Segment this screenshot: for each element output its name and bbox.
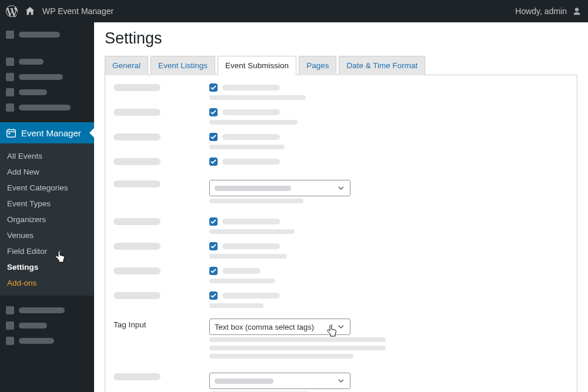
sidebar-item-label: Event Manager [21, 128, 81, 138]
description-placeholder [209, 337, 386, 342]
setting-row [113, 158, 569, 169]
field-label-placeholder [222, 159, 280, 165]
sidebar-item-event-manager[interactable]: Event Manager [0, 122, 94, 143]
settings-tabs: General Event Listings Event Submission … [105, 56, 577, 75]
submenu-event-types[interactable]: Event Types [0, 196, 94, 212]
submenu-addons[interactable]: Add-ons [0, 275, 94, 291]
submenu-venues[interactable]: Venues [0, 227, 94, 243]
user-icon [572, 6, 582, 16]
svg-rect-5 [9, 133, 11, 135]
checkbox[interactable] [209, 108, 218, 116]
description-placeholder [209, 254, 287, 259]
checkbox[interactable] [209, 267, 218, 275]
description-placeholder [209, 279, 275, 283]
admin-sidebar: Event Manager All Events Add New Event C… [0, 22, 94, 392]
description-placeholder [209, 95, 306, 100]
description-placeholder [209, 303, 263, 308]
field-label-placeholder [222, 243, 280, 249]
description-placeholder [209, 120, 298, 125]
description-placeholder [209, 199, 303, 203]
submenu: All Events Add New Event Categories Even… [0, 143, 94, 296]
field-label-placeholder [222, 134, 280, 140]
tab-pages[interactable]: Pages [299, 56, 336, 75]
tag-input-label: Tag Input [113, 320, 146, 329]
tab-event-listings[interactable]: Event Listings [151, 56, 215, 75]
checkbox[interactable] [209, 217, 218, 226]
tab-general[interactable]: General [105, 56, 148, 75]
chevron-down-icon [337, 377, 345, 385]
chevron-down-icon [337, 184, 345, 192]
page-title: Settings [105, 29, 577, 48]
field-label-placeholder [222, 85, 280, 91]
select-dropdown[interactable] [209, 180, 350, 196]
field-label-placeholder [222, 293, 280, 299]
settings-panel: Tag Input Text box (comma select tags) [105, 75, 577, 392]
description-placeholder [209, 229, 295, 234]
setting-row [113, 242, 569, 259]
admin-bar-left: WP Event Manager [6, 5, 113, 17]
description-placeholder [209, 145, 285, 149]
checkbox[interactable] [209, 242, 218, 250]
setting-row [113, 217, 569, 234]
tab-event-submission[interactable]: Event Submission [218, 56, 296, 75]
setting-row [113, 267, 569, 283]
admin-bar: WP Event Manager Howdy, admin [0, 0, 588, 22]
setting-row [113, 83, 569, 100]
field-label-placeholder [222, 219, 280, 225]
menu-placeholder[interactable] [0, 54, 94, 69]
menu-placeholder[interactable] [0, 318, 94, 333]
select-dropdown[interactable] [209, 373, 350, 389]
site-title[interactable]: WP Event Manager [42, 6, 113, 16]
calendar-icon [6, 128, 16, 138]
tab-date-time-format[interactable]: Date & Time Format [339, 56, 425, 75]
setting-row [113, 133, 569, 149]
submenu-organizers[interactable]: Organizers [0, 212, 94, 227]
field-label-placeholder [222, 109, 280, 115]
setting-row [113, 292, 569, 308]
svg-rect-1 [7, 130, 15, 138]
tag-input-select[interactable]: Text box (comma select tags) [209, 319, 350, 335]
checkbox[interactable] [209, 158, 218, 166]
setting-row [113, 180, 569, 207]
wordpress-logo-icon[interactable] [6, 5, 18, 17]
setting-tag-input: Tag Input Text box (comma select tags) [113, 319, 569, 362]
admin-bar-right[interactable]: Howdy, admin [515, 6, 582, 16]
checkbox[interactable] [209, 133, 218, 141]
menu-placeholder[interactable] [0, 100, 94, 115]
greeting-text: Howdy, admin [515, 6, 567, 16]
setting-row [113, 373, 569, 392]
submenu-event-categories[interactable]: Event Categories [0, 180, 94, 196]
checkbox[interactable] [209, 83, 218, 92]
menu-placeholder[interactable] [0, 69, 94, 85]
chevron-down-icon [337, 323, 345, 331]
menu-placeholder[interactable] [0, 27, 94, 42]
menu-placeholder[interactable] [0, 85, 94, 100]
svg-point-0 [575, 8, 579, 11]
home-icon[interactable] [25, 6, 35, 16]
setting-row [113, 108, 569, 125]
main-content: Settings General Event Listings Event Su… [94, 22, 588, 392]
submenu-settings[interactable]: Settings [0, 259, 94, 275]
description-placeholder [209, 346, 386, 350]
submenu-field-editor[interactable]: Field Editor [0, 243, 94, 259]
select-value: Text box (comma select tags) [215, 323, 314, 331]
field-label-placeholder [222, 268, 260, 274]
menu-placeholder[interactable] [0, 303, 94, 318]
description-placeholder [209, 354, 353, 359]
menu-placeholder[interactable] [0, 333, 94, 349]
checkbox[interactable] [209, 292, 218, 300]
submenu-add-new[interactable]: Add New [0, 164, 94, 180]
submenu-all-events[interactable]: All Events [0, 148, 94, 164]
